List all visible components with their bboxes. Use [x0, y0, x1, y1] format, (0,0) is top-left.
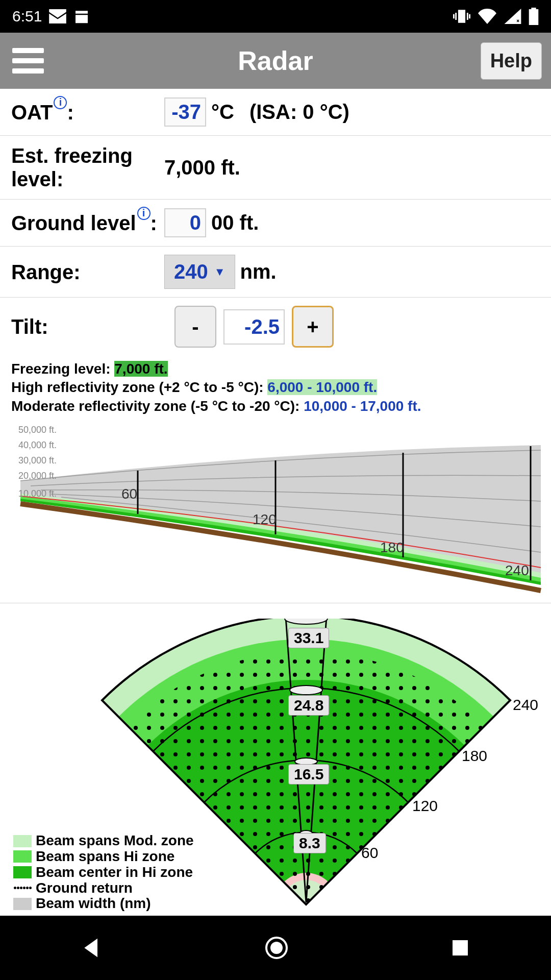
tilt-plus-button[interactable]: +: [292, 306, 334, 348]
beam-width-label: 24.8: [288, 695, 329, 716]
wifi-icon: [478, 9, 497, 24]
freeze-value: 7,000 ft.: [164, 156, 240, 179]
app-header: Radar Help: [0, 33, 551, 89]
range-mark: 180: [380, 540, 404, 556]
oat-unit: °C: [211, 101, 234, 124]
alt-tick: 30,000 ft.: [18, 455, 57, 466]
legend-gnd: Ground return: [36, 880, 133, 896]
fan-range: 60: [361, 844, 378, 862]
row-tilt: Tilt: - +: [0, 298, 551, 356]
row-range: Range: 240 ▼ nm.: [0, 247, 551, 298]
ground-input[interactable]: [164, 208, 206, 237]
alt-tick: 20,000 ft.: [18, 471, 57, 481]
alt-tick: 50,000 ft.: [18, 425, 57, 435]
alt-tick: 40,000 ft.: [18, 440, 57, 451]
range-label: Range:: [11, 260, 164, 284]
battery-icon: [529, 8, 539, 25]
oat-label: OAT: [11, 101, 53, 124]
android-nav-bar: [0, 916, 551, 980]
reflectivity-info: Freezing level: 7,000 ft. High reflectiv…: [0, 356, 551, 418]
range-mark: 240: [505, 562, 529, 579]
content: OATi: °C (ISA: 0 °C) Est. freezing level…: [0, 89, 551, 916]
signal-icon: [504, 9, 521, 24]
recents-icon[interactable]: [450, 938, 470, 958]
info-icon[interactable]: i: [54, 96, 67, 109]
oat-input[interactable]: [164, 97, 206, 127]
ground-label: Ground level: [11, 212, 136, 234]
beam-width-label: 8.3: [293, 833, 326, 853]
range-mark: 120: [253, 511, 277, 528]
beam-width-label: 16.5: [288, 764, 329, 785]
help-button[interactable]: Help: [481, 42, 542, 80]
range-value: 240: [174, 260, 208, 283]
tilt-minus-button[interactable]: -: [174, 306, 216, 348]
hi-info-val: 6,000 - 10,000 ft.: [267, 379, 377, 395]
freeze-info-val: 7,000 ft.: [114, 361, 167, 377]
menu-icon[interactable]: [0, 38, 56, 84]
fan-scope-chart: 33.1 24.8 16.5 8.3 240 180 120 60 Beam s…: [0, 619, 551, 915]
beam-width-label: 33.1: [288, 628, 329, 648]
svg-rect-15: [453, 940, 468, 955]
legend-bw: Beam width (nm): [36, 896, 151, 912]
row-oat: OATi: °C (ISA: 0 °C): [0, 89, 551, 136]
row-ground: Ground leveli: 00 ft.: [0, 200, 551, 247]
range-mark: 60: [121, 486, 137, 502]
tilt-label: Tilt:: [11, 315, 164, 338]
tilt-input[interactable]: [223, 309, 285, 345]
oat-isa: (ISA: 0 °C): [249, 101, 349, 124]
vibrate-icon: [453, 8, 470, 25]
freeze-info-label: Freezing level:: [11, 361, 114, 377]
hi-info-label: High reflectivity zone (+2 °C to -5 °C):: [11, 379, 267, 395]
fan-range: 120: [412, 797, 438, 815]
side-profile-chart: 50,000 ft. 40,000 ft. 30,000 ft. 20,000 …: [0, 420, 551, 603]
row-freeze: Est. freezing level: 7,000 ft.: [0, 136, 551, 200]
range-select[interactable]: 240 ▼: [164, 255, 235, 289]
info-icon[interactable]: i: [137, 207, 151, 220]
page-title: Radar: [238, 45, 313, 76]
range-unit: nm.: [240, 260, 277, 283]
legend-cen: Beam center in Hi zone: [36, 865, 193, 880]
mod-info-label: Moderate reflectivity zone (-5 °C to -20…: [11, 398, 304, 414]
status-time: 6:51: [12, 8, 42, 25]
back-icon[interactable]: [81, 937, 103, 959]
alt-tick: 10,000 ft.: [18, 488, 57, 499]
mail-icon: [49, 9, 66, 23]
fan-range: 180: [462, 747, 487, 765]
freeze-label: Est. freezing level:: [11, 144, 164, 191]
calendar-icon: [73, 8, 90, 24]
legend-hi: Beam spans Hi zone: [36, 849, 174, 865]
mod-info-val: 10,000 - 17,000 ft.: [304, 398, 421, 414]
svg-point-11: [290, 685, 322, 695]
chevron-down-icon: ▼: [214, 265, 226, 279]
fan-range: 240: [513, 696, 538, 714]
ground-suffix: 00 ft.: [211, 211, 259, 234]
legend-mod: Beam spans Mod. zone: [36, 833, 194, 849]
home-icon[interactable]: [264, 936, 289, 960]
status-bar: 6:51: [0, 0, 551, 33]
fan-legend: Beam spans Mod. zone Beam spans Hi zone …: [13, 833, 194, 912]
svg-point-14: [270, 942, 283, 954]
